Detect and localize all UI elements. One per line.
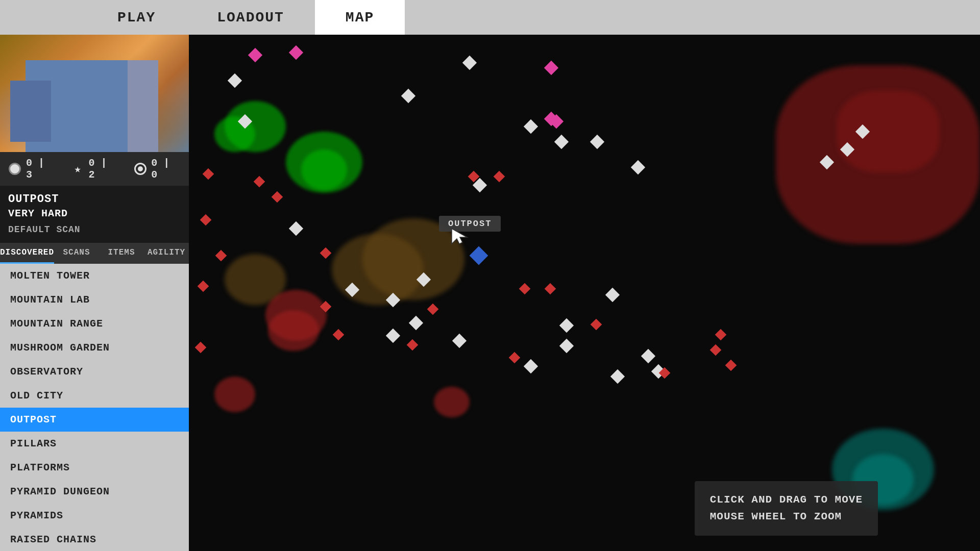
list-item-old-city[interactable]: OLD CITY xyxy=(0,384,189,408)
marker-flag-8 xyxy=(195,342,207,354)
hint-line1: CLICK AND DRAG TO MOVE xyxy=(710,491,863,509)
marker-white-14 xyxy=(605,288,620,302)
tab-discovered[interactable]: DISCOVERED xyxy=(0,243,54,264)
marker-white-5 xyxy=(524,119,538,134)
marker-white-20 xyxy=(641,349,655,363)
list-item-observatory[interactable]: OBSERVATORY xyxy=(0,360,189,384)
top-nav: PLAY LOADOUT MAP xyxy=(0,0,980,35)
marker-flag-1 xyxy=(203,168,214,180)
list-item-platforms[interactable]: PLATFORMS xyxy=(0,456,189,480)
marker-flag-4 xyxy=(198,281,209,292)
list-item-mountain-range[interactable]: MOUNTAIN RANGE xyxy=(0,312,189,336)
tab-agility[interactable]: AGILITY xyxy=(144,243,189,264)
circle-icon xyxy=(133,162,147,176)
star-icon: ★ xyxy=(71,162,85,176)
map-area-red-4 xyxy=(434,387,470,417)
list-item-mushroom-garden[interactable]: MUSHROOM GARDEN xyxy=(0,336,189,360)
marker-flag-18 xyxy=(710,344,722,356)
marker-flag-5 xyxy=(272,191,283,203)
map-area-brown-3 xyxy=(362,218,464,300)
marker-flag-22 xyxy=(254,176,265,188)
marker-flag-9 xyxy=(427,304,439,315)
marker-white-10 xyxy=(289,221,303,236)
marker-white-4 xyxy=(401,89,415,103)
marker-white-22 xyxy=(651,364,666,379)
location-info: OUTPOST VERY HARD DEFAULT SCAN xyxy=(0,186,189,239)
marker-pink-2 xyxy=(289,45,303,60)
marker-white-7 xyxy=(590,135,604,149)
location-name: OUTPOST xyxy=(8,193,181,206)
list-item-outpost[interactable]: OUTPOST xyxy=(0,408,189,432)
list-item-mountain-lab[interactable]: MOUNTAIN LAB xyxy=(0,288,189,312)
marker-pink-4 xyxy=(549,114,564,129)
map-area-teal-2 xyxy=(852,454,914,505)
left-panel: 0 | 3 ★ 0 | 2 0 | 0 OUTPOST VERY HARD DE… xyxy=(0,35,189,551)
marker-flag-2 xyxy=(200,214,212,226)
marker-flag-17 xyxy=(591,319,602,331)
map-area-darkred-2 xyxy=(837,91,939,172)
list-item-raised-chains[interactable]: RAISED CHAINS xyxy=(0,528,189,551)
stats-bar: 0 | 3 ★ 0 | 2 0 | 0 xyxy=(0,152,189,186)
paint-icon xyxy=(8,162,22,176)
marker-white-18 xyxy=(452,334,467,348)
hint-line2: MOUSE WHEEL TO ZOOM xyxy=(710,508,863,525)
preview-image xyxy=(0,35,189,152)
marker-white-9 xyxy=(473,178,487,192)
tab-items[interactable]: ITEMS xyxy=(99,243,144,264)
circle-stat: 0 | 0 xyxy=(133,157,181,181)
tabs-bar: DISCOVERED SCANS ITEMS AGILITY xyxy=(0,243,189,264)
marker-flag-6 xyxy=(320,247,332,259)
marker-flag-13 xyxy=(468,171,480,183)
marker-flag-21 xyxy=(715,329,727,341)
marker-pink-5 xyxy=(544,112,558,126)
marker-white-6 xyxy=(554,135,569,149)
marker-flag-16 xyxy=(545,283,556,295)
location-difficulty: VERY HARD xyxy=(8,208,181,219)
tab-scans[interactable]: SCANS xyxy=(54,243,99,264)
marker-blue-outpost xyxy=(470,246,488,265)
marker-flag-10 xyxy=(333,329,345,341)
map-area[interactable]: OUTPOST CLICK AND DRAG TO MOVE MOUSE WHE… xyxy=(189,35,980,551)
marker-flag-3 xyxy=(215,250,227,262)
map-area-green-4 xyxy=(301,149,347,190)
nav-play[interactable]: PLAY xyxy=(87,0,186,35)
marker-white-3 xyxy=(462,56,477,70)
nav-loadout[interactable]: LOADOUT xyxy=(186,0,315,35)
circle-value: 0 | 0 xyxy=(151,157,181,181)
list-item-molten-tower[interactable]: MOLTEN TOWER xyxy=(0,264,189,288)
map-area-red-2 xyxy=(268,310,319,351)
list-item-pyramid-dungeon[interactable]: PYRAMID DUNGEON xyxy=(0,480,189,504)
marker-flag-20 xyxy=(659,367,671,379)
marker-white-1 xyxy=(228,73,242,88)
marker-flag-14 xyxy=(494,171,505,183)
marker-white-15 xyxy=(409,316,423,330)
marker-flag-15 xyxy=(519,283,531,295)
star-value: 0 | 2 xyxy=(89,157,118,181)
marker-flag-19 xyxy=(725,360,737,371)
marker-flag-11 xyxy=(407,339,419,351)
list-item-pyramids[interactable]: PYRAMIDS xyxy=(0,504,189,528)
marker-pink-3 xyxy=(544,61,558,75)
location-list: MOLTEN TOWERMOUNTAIN LABMOUNTAIN RANGEMU… xyxy=(0,264,189,551)
star-stat: ★ 0 | 2 xyxy=(71,157,118,181)
marker-white-23 xyxy=(610,369,625,384)
map-area-red-3 xyxy=(214,377,255,412)
marker-white-16 xyxy=(559,318,574,333)
marker-flag-12 xyxy=(509,352,521,364)
marker-white-17 xyxy=(386,329,400,343)
paint-stat: 0 | 3 xyxy=(8,157,56,181)
map-area-green-2 xyxy=(214,116,255,152)
nav-map[interactable]: MAP xyxy=(315,0,405,35)
marker-pink-1 xyxy=(248,48,262,62)
list-item-pillars[interactable]: PILLARS xyxy=(0,432,189,456)
location-scan: DEFAULT SCAN xyxy=(8,224,181,235)
marker-white-8 xyxy=(631,160,645,174)
paint-value: 0 | 3 xyxy=(26,157,56,181)
marker-white-19 xyxy=(559,339,574,353)
marker-white-21 xyxy=(524,359,538,373)
